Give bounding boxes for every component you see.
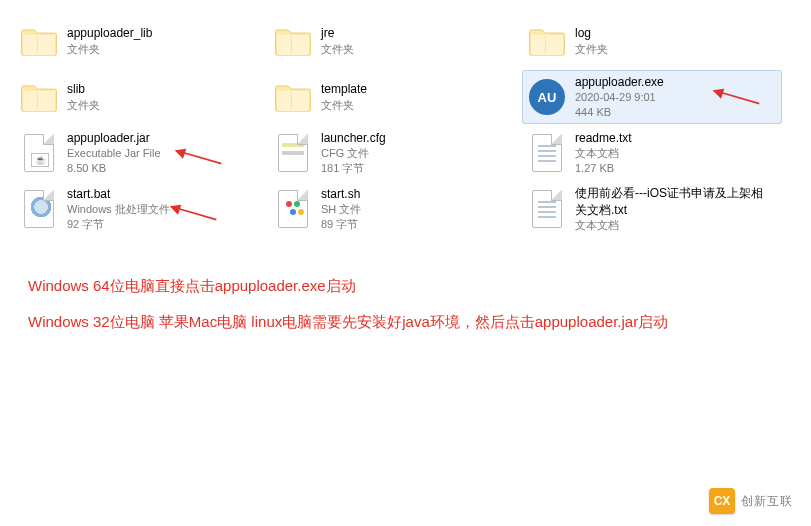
file-type: Executable Jar File bbox=[67, 146, 161, 161]
file-item-start-bat[interactable]: start.bat Windows 批处理文件 92 字节 bbox=[14, 182, 264, 236]
file-item-log[interactable]: log 文件夹 bbox=[522, 14, 782, 68]
file-type: SH 文件 bbox=[321, 202, 361, 217]
file-size: 89 字节 bbox=[321, 217, 361, 232]
app-icon: AU bbox=[527, 77, 567, 117]
bat-icon bbox=[19, 189, 59, 229]
file-size: 92 字节 bbox=[67, 217, 170, 232]
watermark: CX 创新互联 bbox=[701, 484, 801, 518]
file-item-appuploader_lib[interactable]: appuploader_lib 文件夹 bbox=[14, 14, 264, 68]
instruction-notes: Windows 64位电脑直接点击appuploader.exe启动 Windo… bbox=[0, 238, 811, 340]
txt-icon bbox=[527, 189, 567, 229]
file-name: slib bbox=[67, 81, 100, 97]
file-item-template[interactable]: template 文件夹 bbox=[268, 70, 518, 124]
cfg-icon bbox=[273, 133, 313, 173]
file-item-start-sh[interactable]: start.sh SH 文件 89 字节 bbox=[268, 182, 518, 236]
file-name: template bbox=[321, 81, 367, 97]
file-name: appuploader.jar bbox=[67, 130, 161, 146]
file-item-appuploader-exe[interactable]: AU appuploader.exe 2020-04-29 9:01 444 K… bbox=[522, 70, 782, 124]
watermark-text: 创新互联 bbox=[741, 493, 793, 510]
sh-icon bbox=[273, 189, 313, 229]
file-item-launcher-cfg[interactable]: launcher.cfg CFG 文件 181 字节 bbox=[268, 126, 518, 180]
file-item-readme-txt[interactable]: readme.txt 文本文档 1.27 KB bbox=[522, 126, 782, 180]
arrow-annotation-icon bbox=[711, 85, 761, 109]
folder-icon bbox=[273, 77, 313, 117]
arrow-annotation-icon bbox=[168, 201, 218, 225]
file-item-readme-ios-txt[interactable]: 使用前必看---iOS证书申请及上架相关文档.txt 文本文档 bbox=[522, 182, 782, 236]
folder-icon bbox=[19, 77, 59, 117]
file-type: 文件夹 bbox=[575, 42, 608, 57]
txt-icon bbox=[527, 133, 567, 173]
arrow-annotation-icon bbox=[173, 145, 223, 169]
file-item-jre[interactable]: jre 文件夹 bbox=[268, 14, 518, 68]
file-name: appuploader_lib bbox=[67, 25, 152, 41]
file-size: 444 KB bbox=[575, 105, 664, 120]
folder-icon bbox=[19, 21, 59, 61]
file-grid: appuploader_lib 文件夹 jre 文件夹 log 文件夹 slib… bbox=[0, 0, 811, 238]
file-name: 使用前必看---iOS证书申请及上架相关文档.txt bbox=[575, 185, 765, 217]
file-type: CFG 文件 bbox=[321, 146, 386, 161]
file-type: 文本文档 bbox=[575, 218, 765, 233]
watermark-badge-icon: CX bbox=[709, 488, 735, 514]
file-name: readme.txt bbox=[575, 130, 632, 146]
file-type: 文件夹 bbox=[321, 42, 354, 57]
file-type: 文件夹 bbox=[321, 98, 367, 113]
file-size: 1.27 KB bbox=[575, 161, 632, 176]
file-name: start.bat bbox=[67, 186, 170, 202]
file-name: launcher.cfg bbox=[321, 130, 386, 146]
file-name: appuploader.exe bbox=[575, 74, 664, 90]
folder-icon bbox=[273, 21, 313, 61]
file-type: 文本文档 bbox=[575, 146, 632, 161]
file-name: jre bbox=[321, 25, 354, 41]
folder-icon bbox=[527, 21, 567, 61]
file-item-appuploader-jar[interactable]: ☕ appuploader.jar Executable Jar File 8.… bbox=[14, 126, 264, 180]
file-item-slib[interactable]: slib 文件夹 bbox=[14, 70, 264, 124]
file-type: 文件夹 bbox=[67, 42, 152, 57]
file-name: log bbox=[575, 25, 608, 41]
file-type: Windows 批处理文件 bbox=[67, 202, 170, 217]
file-name: start.sh bbox=[321, 186, 361, 202]
file-size: 8.50 KB bbox=[67, 161, 161, 176]
jar-icon: ☕ bbox=[19, 133, 59, 173]
file-size: 181 字节 bbox=[321, 161, 386, 176]
file-type: 文件夹 bbox=[67, 98, 100, 113]
instruction-line-2: Windows 32位电脑 苹果Mac电脑 linux电脑需要先安装好java环… bbox=[28, 304, 783, 340]
file-date: 2020-04-29 9:01 bbox=[575, 90, 664, 105]
instruction-line-1: Windows 64位电脑直接点击appuploader.exe启动 bbox=[28, 268, 783, 304]
